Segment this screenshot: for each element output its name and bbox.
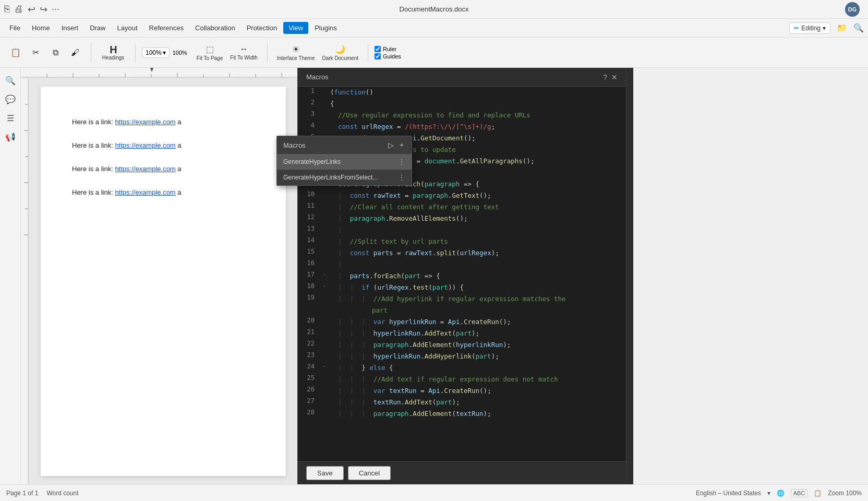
line-code-18: | | if (urlRegex.test(part)) { [330,282,626,293]
editing-button[interactable]: ✏ Editing ▾ [789,22,830,34]
macro-dots-2[interactable]: ⋮ [398,173,405,182]
page-info: Page 1 of 1 [6,490,38,497]
save-to-icon[interactable]: 📁 [837,23,847,33]
line-num-11: 11 [298,201,323,209]
document-area: Here is a link: https://example.com a He… [21,68,297,484]
macros-header-actions: ? ✕ [603,73,618,81]
save-icon[interactable]: ⎘ [4,4,10,15]
format-painter-btn[interactable]: 🖌 [66,46,85,59]
cancel-button[interactable]: Cancel [348,466,391,480]
doc-link-3[interactable]: https://example.com [115,165,175,173]
title-bar-right: DG [845,2,860,17]
copy-btn[interactable]: ⧉ [46,46,65,59]
line-num-2: 2 [298,98,323,106]
checkbox-ruler[interactable]: Ruler [375,46,401,52]
menu-home[interactable]: Home [27,22,55,34]
more-icon[interactable]: ··· [52,4,59,15]
doc-link-2[interactable]: https://example.com [115,141,175,149]
search-icon[interactable]: 🔍 [853,23,864,33]
line-code-15: | const parts = rawText.split(urlRegex); [330,247,626,258]
menu-references[interactable]: References [144,22,189,34]
code-line-2: 2 { [298,98,626,110]
language-label[interactable]: English – United States [696,490,761,497]
track-changes-btn[interactable]: 📢 [2,128,19,145]
line-num-17: 17 [298,270,323,278]
user-avatar[interactable]: DG [845,2,860,17]
run-macro-btn[interactable]: ▷ [388,140,394,150]
undo-icon[interactable]: ↩ [28,4,35,15]
doc-suffix-2: a [176,141,182,149]
line-code-16: | [330,259,626,270]
left-sidebar: 🔍 💬 ☰ 📢 [0,68,21,484]
macro-item-2[interactable]: GenerateHyperLinksFromSelect... ⋮ [277,170,412,185]
nav-sidebar-btn[interactable]: ☰ [2,110,19,126]
doc-line-4: Here is a link: https://example.com a [72,188,255,196]
line-num-25: 25 [298,374,323,381]
zoom-selector[interactable]: 100% ▾ [142,47,170,58]
menu-view[interactable]: View [283,22,308,34]
fit-to-width-label: Fit To Width [230,55,258,61]
add-macro-btn[interactable]: ＋ [398,140,405,150]
save-button[interactable]: Save [306,466,344,480]
doc-line-2: Here is a link: https://example.com a [72,141,255,149]
line-dot-18: · [323,282,330,289]
code-line-25: 25 | | | //Add text if regular expressio… [298,374,626,385]
doc-link-4[interactable]: https://example.com [115,188,175,196]
redo-icon[interactable]: ↪ [40,4,47,15]
macro-dots-1[interactable]: ⋮ [398,158,405,166]
doc-text-4: Here is a link: [72,188,115,196]
dark-document-btn[interactable]: 🌙 Dark Document [319,43,361,63]
menu-collaboration[interactable]: Collaboration [190,22,240,34]
macro-item-1[interactable]: GenerateHyperLinks ⋮ [277,154,412,170]
paste-btn[interactable]: 📋 [6,46,25,59]
document-title: DocumentMacros.docx [400,5,469,13]
menu-draw[interactable]: Draw [85,22,111,34]
clipboard-group: 📋 ✂ ⧉ 🖌 [4,46,87,59]
editing-label: Editing [801,25,821,32]
search-sidebar-btn[interactable]: 🔍 [2,72,19,89]
menu-file[interactable]: File [4,22,26,34]
line-dot-20 [323,316,330,318]
globe-icon[interactable]: 🌐 [777,490,785,497]
macros-panel-header: Macros ? ✕ [298,68,626,87]
copy-icon: ⧉ [53,48,58,57]
line-num-15: 15 [298,247,323,255]
zoom-chevron: ▾ [163,49,166,56]
line-code-25: | | | //Add text if regular expression d… [330,374,626,385]
code-line-26: 26 | | | var textRun = Api.CreateRun(); [298,385,626,397]
fit-page-icon: ⬚ [206,44,214,54]
track-changes-icon[interactable]: 📋 [814,490,822,497]
menu-plugins[interactable]: Plugins [309,22,342,34]
menu-bar: File Home Insert Draw Layout References … [0,19,868,38]
menu-insert[interactable]: Insert [56,22,84,34]
line-dot-10 [323,190,330,192]
doc-suffix-1: a [176,118,182,126]
word-count[interactable]: Word count [46,490,78,497]
menu-protection[interactable]: Protection [242,22,283,34]
spell-check[interactable]: ABC [791,489,808,497]
menu-layout[interactable]: Layout [112,22,143,34]
headings-button[interactable]: H Headings [95,42,131,63]
line-code-19: | | | //Add hyperlink if regular express… [330,293,626,304]
line-dot-12 [323,213,330,214]
line-num-26: 26 [298,385,323,393]
fit-to-page-btn[interactable]: ⬚ Fit To Page [194,43,226,63]
comments-sidebar-btn[interactable]: 💬 [2,91,19,108]
doc-text-3: Here is a link: [72,165,115,173]
interface-theme-label: Interface Theme [277,55,315,61]
cut-btn[interactable]: ✂ [26,46,45,59]
doc-text-1: Here is a link: [72,118,115,126]
fit-to-width-btn[interactable]: ↔ Fit To Width [227,43,261,62]
status-bar-right: English – United States ▾ 🌐 ABC 📋 Zoom 1… [696,489,862,497]
macro-actions: Save Cancel [298,461,626,484]
interface-theme-btn[interactable]: ☀ Interface Theme [274,43,318,63]
print-icon[interactable]: 🖨 [14,4,23,15]
close-macros-btn[interactable]: ✕ [611,73,618,81]
document-page: Here is a link: https://example.com a He… [41,87,286,476]
help-btn[interactable]: ? [603,73,607,81]
doc-link-1[interactable]: https://example.com [115,118,175,126]
checkbox-guides[interactable]: Guides [375,53,401,59]
line-code-14: | //Split text by url parts [330,236,626,247]
v-ruler [21,78,29,484]
language-chevron[interactable]: ▾ [767,490,770,497]
